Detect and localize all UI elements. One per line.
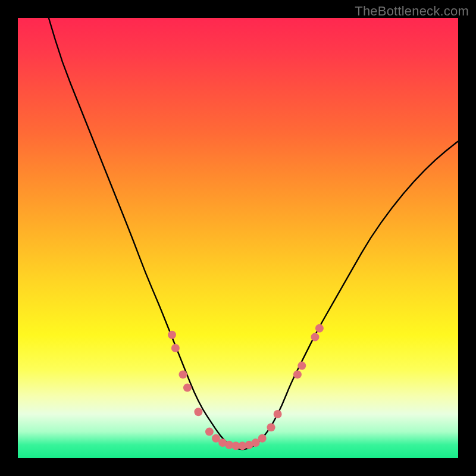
curve-marker — [311, 333, 320, 342]
curve-marker — [315, 324, 324, 333]
chart-frame: TheBottleneck.com — [0, 0, 476, 476]
curve-marker — [293, 370, 302, 378]
curve-marker — [183, 384, 192, 392]
curve-markers — [168, 324, 324, 450]
curve-marker — [205, 428, 214, 436]
bottleneck-curve — [49, 18, 458, 449]
curve-marker — [194, 408, 202, 416]
curve-marker — [258, 434, 267, 443]
chart-overlay — [18, 18, 458, 458]
curve-marker — [179, 370, 187, 378]
curve-marker — [298, 362, 306, 370]
curve-marker — [168, 331, 176, 339]
curve-marker — [171, 344, 180, 352]
watermark-text: TheBottleneck.com — [355, 4, 469, 19]
curve-marker — [274, 410, 282, 418]
bottleneck-curve-path — [49, 18, 458, 449]
curve-marker — [267, 423, 275, 431]
